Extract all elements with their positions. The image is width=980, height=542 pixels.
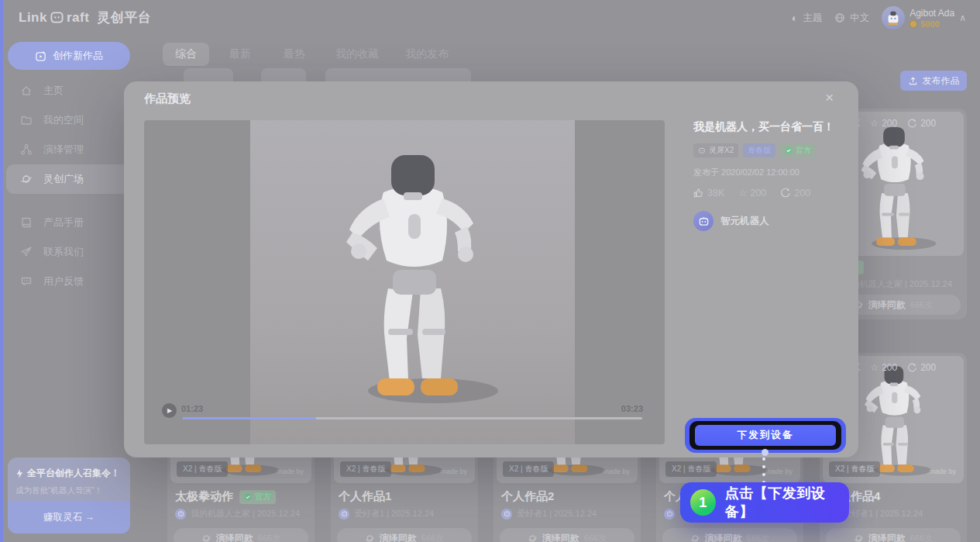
remix-count: 666次 bbox=[910, 533, 933, 542]
author-name: 我的机器人之家 | 2025.12.24 bbox=[191, 508, 300, 520]
official-tag: 官方 bbox=[780, 143, 816, 157]
platform-name: 灵创平台 bbox=[97, 9, 151, 26]
current-time: 01:23 bbox=[181, 404, 203, 413]
shares-stat[interactable]: 200 bbox=[780, 187, 810, 199]
language-switch[interactable]: 中文 bbox=[834, 12, 869, 25]
theme-toggle[interactable]: ◐ 主题 bbox=[792, 12, 822, 25]
download-highlight-ring: 下发到设备 bbox=[685, 418, 846, 453]
star-icon: ☆ bbox=[870, 118, 879, 129]
send-to-device-button[interactable]: 下发到设备 bbox=[695, 425, 836, 446]
author-name: 爱好者1 | 2025.12.24 bbox=[843, 508, 923, 520]
chat-icon bbox=[20, 275, 33, 288]
user-avatar[interactable] bbox=[882, 6, 905, 29]
tab-label: 最热 bbox=[284, 47, 305, 61]
stars-count: 200 bbox=[882, 118, 897, 129]
step-badge: 1 bbox=[690, 489, 716, 516]
card-title: 太极拳动作 bbox=[175, 489, 233, 504]
share-icon bbox=[907, 119, 917, 129]
close-icon[interactable]: × bbox=[825, 89, 834, 106]
remix-label: 演绎同款 bbox=[868, 532, 906, 542]
remix-button[interactable]: 演绎同款 666次 bbox=[337, 528, 472, 542]
sidebar-item-feedback[interactable]: 用户反馈 bbox=[0, 267, 136, 296]
logo-text-raft: raft bbox=[67, 10, 89, 26]
remix-count: 666次 bbox=[258, 533, 280, 542]
sidebar-item-contact[interactable]: 联系我们 bbox=[0, 237, 136, 267]
author-avatar bbox=[693, 211, 714, 231]
sidebar-item-performance[interactable]: 演绎管理 bbox=[0, 135, 136, 164]
creator-promo-card: 全平台创作人召集令！ 成为首批“机器人导演”！ 赚取灵石 → bbox=[8, 457, 130, 533]
stars-stat[interactable]: ☆ 200 bbox=[738, 187, 766, 199]
tab-newest[interactable]: 最新 bbox=[225, 43, 256, 66]
stars-count: 200 bbox=[750, 188, 766, 199]
robot-face-icon bbox=[698, 216, 710, 227]
remix-label: 演绎同款 bbox=[705, 532, 742, 542]
nav-label: 灵创广场 bbox=[43, 172, 84, 186]
author-name: 智元机器人 bbox=[720, 215, 769, 228]
model-tag: 灵犀X2 bbox=[693, 143, 738, 157]
tab-hottest[interactable]: 最热 bbox=[279, 43, 310, 66]
folder-icon bbox=[20, 114, 33, 126]
theme-label: 主题 bbox=[803, 12, 822, 25]
made-by-watermark: made by bbox=[929, 468, 956, 475]
guide-text: 点击【下发到设备】 bbox=[725, 484, 849, 521]
user-points: 5000 bbox=[910, 19, 954, 29]
check-icon bbox=[244, 493, 252, 501]
share-icon bbox=[907, 363, 917, 373]
shares-count: 200 bbox=[794, 188, 810, 199]
card-author: 爱好者1 | 2025.12.24 bbox=[339, 508, 434, 520]
sidebar-item-manual[interactable]: 产品手册 bbox=[0, 208, 136, 237]
user-menu[interactable]: Agibot Ada 5000 ∧ bbox=[882, 6, 966, 29]
remix-icon bbox=[365, 533, 375, 542]
user-info: Agibot Ada 5000 bbox=[910, 8, 954, 29]
header-actions: ◐ 主题 中文 Agibot Ada 5000 ∧ bbox=[792, 0, 966, 36]
remix-button[interactable]: 演绎同款 666次 bbox=[826, 528, 961, 542]
tab-all[interactable]: 综合 bbox=[163, 43, 209, 66]
tab-published[interactable]: 我的发布 bbox=[403, 43, 451, 66]
sidebar-item-myspace[interactable]: 我的空间 bbox=[0, 105, 136, 135]
work-stats: 38K ☆ 200 200 bbox=[693, 187, 848, 199]
remix-button[interactable]: 演绎同款 666次 bbox=[500, 528, 634, 542]
promo-title-row: 全平台创作人召集令！ bbox=[8, 457, 130, 480]
made-by-watermark: made by bbox=[765, 468, 793, 475]
publish-label: 发布作品 bbox=[923, 74, 960, 88]
work-author[interactable]: 智元机器人 bbox=[693, 211, 848, 231]
shares-stat: 200 bbox=[907, 362, 936, 373]
chevron-up-icon[interactable]: ∧ bbox=[959, 12, 966, 23]
play-button[interactable]: ▶ bbox=[162, 403, 177, 418]
video-player[interactable]: ▶ 01:23 03:23 bbox=[144, 120, 665, 444]
remix-icon bbox=[690, 533, 700, 542]
book-icon bbox=[20, 216, 33, 229]
work-title: 我是机器人，买一台省一百！ bbox=[693, 120, 848, 134]
model-badge: X2 | 青春版 bbox=[503, 461, 554, 477]
sidebar-item-plaza[interactable]: 灵创广场 bbox=[6, 164, 130, 194]
remix-count: 666次 bbox=[910, 299, 933, 311]
remix-icon bbox=[201, 533, 211, 542]
edition-tag-label: 青春版 bbox=[748, 145, 771, 156]
tab-favorites[interactable]: 我的收藏 bbox=[333, 43, 381, 66]
tab-label: 综合 bbox=[175, 47, 197, 61]
robot-face-icon bbox=[504, 510, 511, 517]
progress-track[interactable] bbox=[183, 417, 642, 419]
logo-c-icon bbox=[50, 11, 64, 24]
publish-work-button[interactable]: 发布作品 bbox=[900, 71, 967, 91]
card-title: 个人作品2 bbox=[501, 489, 554, 504]
remix-button[interactable]: 演绎同款 666次 bbox=[662, 528, 797, 542]
author-avatar bbox=[339, 509, 349, 520]
card-title: 个人作品1 bbox=[339, 489, 391, 504]
nav-label: 主页 bbox=[43, 84, 64, 98]
user-name: Agibot Ada bbox=[910, 8, 954, 19]
star-icon: ☆ bbox=[738, 187, 747, 199]
remix-button[interactable]: 演绎同款 666次 bbox=[174, 528, 308, 542]
work-detail-panel: 我是机器人，买一台省一百！ 灵犀X2 青春版 官方 发布于 2020/02/02… bbox=[693, 120, 848, 231]
sidebar-item-home[interactable]: 主页 bbox=[0, 76, 136, 105]
modal-title: 作品预览 bbox=[144, 91, 191, 106]
progress-fill bbox=[183, 417, 316, 419]
likes-stat[interactable]: 38K bbox=[693, 187, 724, 199]
create-label: 创作新作品 bbox=[53, 49, 103, 63]
paper-plane-icon bbox=[20, 246, 33, 258]
earn-gems-button[interactable]: 赚取灵石 → bbox=[8, 501, 130, 533]
video-frame bbox=[250, 120, 575, 444]
play-icon: ▶ bbox=[167, 407, 172, 414]
create-work-button[interactable]: 创作新作品 bbox=[8, 42, 130, 70]
bolt-icon bbox=[15, 468, 23, 479]
